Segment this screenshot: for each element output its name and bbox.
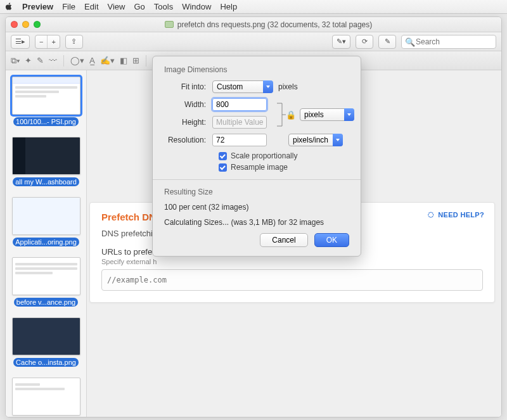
sidebar-view-icon: ☰▸ [11, 35, 29, 48]
width-input[interactable] [212, 98, 267, 111]
mac-menubar: Preview File Edit View Go Tools Window H… [0, 0, 507, 14]
close-window-button[interactable] [11, 21, 18, 28]
app-name[interactable]: Preview [22, 2, 53, 11]
fit-into-label: Fit into: [164, 82, 212, 91]
traffic-lights [11, 21, 41, 28]
thumbnail-label: all my W...ashboard [13, 177, 79, 186]
highlight-button[interactable]: ✎▾ [332, 35, 350, 49]
resulting-size-heading: Resulting Size [164, 188, 349, 196]
main-toolbar: ☰▸ − + ⇪ ✎▾ ⟳ ✎ 🔍 [6, 32, 501, 51]
apple-menu-icon[interactable] [5, 3, 13, 11]
scale-proportionally-label: Scale proportionally [231, 151, 297, 160]
thumbnail-item[interactable]: before v...ance.png [12, 257, 80, 309]
doc-field-desc: Specify external h [101, 258, 483, 265]
thumbnail-item[interactable]: all my W...ashboard [12, 137, 80, 188]
zoom-out-button[interactable]: − [35, 35, 47, 48]
thumbnail-item[interactable]: Cache o...insta.png [12, 317, 80, 369]
image-dimensions-heading: Image Dimensions [164, 65, 349, 74]
minimize-window-button[interactable] [22, 21, 29, 28]
zoom-window-button[interactable] [34, 21, 41, 28]
ok-button[interactable]: OK [314, 233, 349, 247]
rotate-button[interactable]: ⟳ [356, 35, 373, 49]
thumbnail-item[interactable]: Applicati...oring.png [12, 197, 80, 248]
menu-edit[interactable]: Edit [84, 2, 98, 11]
markup-toggle-button[interactable]: ✎ [378, 35, 396, 49]
zoom-buttons: − + [35, 35, 60, 49]
text-tool-icon[interactable]: A̲ [89, 56, 95, 65]
resulting-size-percent: 100 per cent (32 images) [164, 203, 349, 212]
search-icon: 🔍 [405, 37, 415, 46]
resolution-input[interactable] [212, 134, 267, 146]
menu-window[interactable]: Window [182, 2, 211, 11]
selection-tool-icon[interactable]: ⧉▾ [11, 56, 20, 66]
adjust-size-icon[interactable]: ⊞ [132, 56, 139, 65]
height-label: Height: [164, 118, 212, 127]
thumbnail-label: 100/100...- PSI.png [13, 117, 79, 126]
resolution-label: Resolution: [164, 136, 212, 144]
thumbnail-label: Cache o...insta.png [13, 358, 79, 367]
adjust-size-dialog: Image Dimensions Fit into: Custom pixels… [152, 56, 361, 257]
shapes-icon[interactable]: ◯▾ [70, 56, 84, 65]
menu-tools[interactable]: Tools [154, 2, 173, 11]
fit-into-select[interactable]: Custom [212, 80, 273, 93]
resolution-unit-select[interactable]: pixels/inch [288, 134, 343, 146]
thumbnail-label: before v...ance.png [14, 298, 78, 307]
wh-unit-select[interactable]: pixels [300, 108, 354, 121]
window-titlebar[interactable]: prefetch dns requests.png (32 documents,… [6, 17, 501, 32]
zoom-in-button[interactable]: + [47, 35, 59, 48]
document-proxy-icon[interactable] [165, 21, 174, 28]
resulting-size-status: Calculating Sizes... (was 3,1 MB) for 32… [164, 218, 349, 227]
need-help-link[interactable]: ◌ NEED HELP? [428, 210, 484, 219]
resample-image-checkbox[interactable] [219, 163, 227, 172]
cancel-button[interactable]: Cancel [260, 233, 307, 247]
menu-file[interactable]: File [62, 2, 75, 11]
menu-view[interactable]: View [108, 2, 125, 11]
window-title-text: prefetch dns requests.png (32 documents,… [177, 20, 373, 29]
window-title: prefetch dns requests.png (32 documents,… [41, 20, 496, 29]
fit-into-suffix: pixels [278, 82, 298, 91]
thumbnail-item[interactable]: 100/100...- PSI.png [12, 77, 80, 128]
scale-proportionally-checkbox[interactable] [219, 152, 227, 160]
menu-help[interactable]: Help [220, 2, 237, 11]
sign-icon[interactable]: ✍▾ [100, 56, 115, 65]
instant-alpha-icon[interactable]: ✦ [25, 56, 32, 65]
lock-icon[interactable]: 🔒 [286, 110, 296, 120]
help-icon: ◌ [428, 210, 434, 219]
height-input[interactable] [212, 116, 267, 129]
adjust-color-icon[interactable]: ◧ [120, 56, 127, 65]
thumbnail-label: Applicati...oring.png [13, 238, 79, 246]
menu-go[interactable]: Go [134, 2, 144, 11]
search-input[interactable] [401, 35, 496, 49]
search-field-wrap: 🔍 [401, 35, 496, 49]
draw-icon[interactable]: 〰 [49, 56, 57, 65]
view-mode-button[interactable]: ☰▸ [11, 35, 30, 49]
share-button[interactable]: ⇪ [65, 35, 83, 49]
urls-textarea[interactable] [101, 269, 483, 291]
width-label: Width: [164, 100, 212, 109]
resample-image-label: Resample image [231, 163, 288, 172]
thumbnail-sidebar[interactable]: 100/100...- PSI.png all my W...ashboard … [6, 70, 87, 417]
thumbnail-item[interactable] [12, 378, 80, 416]
sketch-icon[interactable]: ✎ [37, 56, 44, 65]
